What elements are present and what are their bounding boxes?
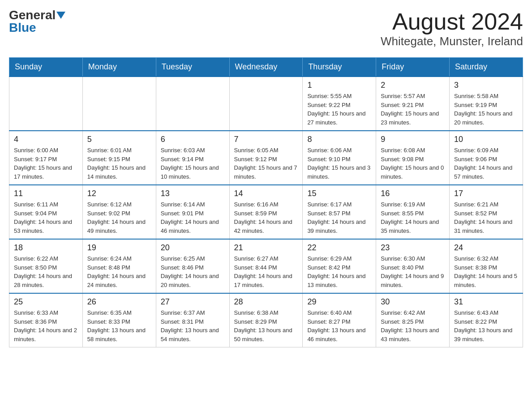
- day-info: Sunrise: 6:35 AM Sunset: 8:33 PM Dayligh…: [87, 308, 151, 343]
- header-thursday: Thursday: [303, 58, 376, 77]
- calendar-cell: [156, 77, 229, 131]
- day-number: 20: [161, 243, 225, 253]
- day-number: 27: [161, 297, 225, 307]
- day-info: Sunrise: 6:33 AM Sunset: 8:36 PM Dayligh…: [14, 308, 78, 343]
- day-number: 1: [307, 81, 371, 90]
- header-tuesday: Tuesday: [156, 58, 229, 77]
- calendar-cell: 6Sunrise: 6:03 AM Sunset: 9:14 PM Daylig…: [156, 131, 229, 185]
- calendar-cell: 7Sunrise: 6:05 AM Sunset: 9:12 PM Daylig…: [229, 131, 303, 185]
- day-info: Sunrise: 6:21 AM Sunset: 8:52 PM Dayligh…: [454, 200, 518, 235]
- calendar-cell: 14Sunrise: 6:16 AM Sunset: 8:59 PM Dayli…: [229, 185, 303, 239]
- calendar-cell: 9Sunrise: 6:08 AM Sunset: 9:08 PM Daylig…: [376, 131, 450, 185]
- day-number: 31: [454, 297, 518, 307]
- day-info: Sunrise: 6:25 AM Sunset: 8:46 PM Dayligh…: [161, 254, 225, 289]
- calendar-cell: [82, 77, 156, 131]
- calendar-cell: [9, 77, 83, 131]
- day-info: Sunrise: 6:40 AM Sunset: 8:27 PM Dayligh…: [307, 308, 371, 343]
- day-info: Sunrise: 6:05 AM Sunset: 9:12 PM Dayligh…: [234, 146, 298, 181]
- day-number: 5: [87, 135, 151, 144]
- calendar-cell: 15Sunrise: 6:17 AM Sunset: 8:57 PM Dayli…: [303, 185, 376, 239]
- day-number: 21: [234, 243, 298, 253]
- day-number: 6: [161, 135, 225, 144]
- page-header: General Blue August 2024 Whitegate, Muns…: [9, 9, 523, 48]
- calendar-cell: 11Sunrise: 6:11 AM Sunset: 9:04 PM Dayli…: [9, 185, 83, 239]
- logo-general-text: General: [9, 9, 56, 21]
- calendar-cell: [229, 77, 303, 131]
- calendar-body: 1Sunrise: 5:55 AM Sunset: 9:22 PM Daylig…: [9, 77, 523, 347]
- calendar-cell: 2Sunrise: 5:57 AM Sunset: 9:21 PM Daylig…: [376, 77, 450, 131]
- header-saturday: Saturday: [450, 58, 523, 77]
- calendar-cell: 25Sunrise: 6:33 AM Sunset: 8:36 PM Dayli…: [9, 293, 83, 347]
- day-number: 7: [234, 135, 298, 144]
- calendar-cell: 4Sunrise: 6:00 AM Sunset: 9:17 PM Daylig…: [9, 131, 83, 185]
- calendar-cell: 10Sunrise: 6:09 AM Sunset: 9:06 PM Dayli…: [450, 131, 523, 185]
- calendar-cell: 28Sunrise: 6:38 AM Sunset: 8:29 PM Dayli…: [229, 293, 303, 347]
- calendar-cell: 17Sunrise: 6:21 AM Sunset: 8:52 PM Dayli…: [450, 185, 523, 239]
- day-info: Sunrise: 6:16 AM Sunset: 8:59 PM Dayligh…: [234, 200, 298, 235]
- day-info: Sunrise: 6:00 AM Sunset: 9:17 PM Dayligh…: [14, 146, 78, 181]
- day-number: 9: [381, 135, 445, 144]
- calendar-cell: 23Sunrise: 6:30 AM Sunset: 8:40 PM Dayli…: [376, 239, 450, 293]
- day-number: 11: [14, 189, 78, 198]
- day-number: 17: [454, 189, 518, 198]
- location-title: Whitegate, Munster, Ireland: [381, 34, 523, 48]
- week-row-4: 25Sunrise: 6:33 AM Sunset: 8:36 PM Dayli…: [9, 293, 523, 347]
- calendar-cell: 16Sunrise: 6:19 AM Sunset: 8:55 PM Dayli…: [376, 185, 450, 239]
- day-info: Sunrise: 5:57 AM Sunset: 9:21 PM Dayligh…: [381, 92, 445, 127]
- week-row-2: 11Sunrise: 6:11 AM Sunset: 9:04 PM Dayli…: [9, 185, 523, 239]
- calendar-cell: 12Sunrise: 6:12 AM Sunset: 9:02 PM Dayli…: [82, 185, 156, 239]
- day-number: 25: [14, 297, 78, 307]
- day-info: Sunrise: 6:30 AM Sunset: 8:40 PM Dayligh…: [381, 254, 445, 289]
- day-info: Sunrise: 6:38 AM Sunset: 8:29 PM Dayligh…: [234, 308, 298, 343]
- day-info: Sunrise: 6:22 AM Sunset: 8:50 PM Dayligh…: [14, 254, 78, 289]
- day-info: Sunrise: 6:17 AM Sunset: 8:57 PM Dayligh…: [307, 200, 371, 235]
- week-row-3: 18Sunrise: 6:22 AM Sunset: 8:50 PM Dayli…: [9, 239, 523, 293]
- calendar-table: SundayMondayTuesdayWednesdayThursdayFrid…: [9, 57, 523, 347]
- month-title: August 2024: [381, 9, 523, 34]
- day-info: Sunrise: 6:12 AM Sunset: 9:02 PM Dayligh…: [87, 200, 151, 235]
- week-row-0: 1Sunrise: 5:55 AM Sunset: 9:22 PM Daylig…: [9, 77, 523, 131]
- day-info: Sunrise: 6:01 AM Sunset: 9:15 PM Dayligh…: [87, 146, 151, 181]
- calendar-cell: 29Sunrise: 6:40 AM Sunset: 8:27 PM Dayli…: [303, 293, 376, 347]
- calendar-cell: 30Sunrise: 6:42 AM Sunset: 8:25 PM Dayli…: [376, 293, 450, 347]
- title-section: August 2024 Whitegate, Munster, Ireland: [381, 9, 523, 48]
- day-info: Sunrise: 5:55 AM Sunset: 9:22 PM Dayligh…: [307, 92, 371, 127]
- calendar-cell: 13Sunrise: 6:14 AM Sunset: 9:01 PM Dayli…: [156, 185, 229, 239]
- day-number: 19: [87, 243, 151, 253]
- calendar-cell: 18Sunrise: 6:22 AM Sunset: 8:50 PM Dayli…: [9, 239, 83, 293]
- day-number: 15: [307, 189, 371, 198]
- calendar-cell: 22Sunrise: 6:29 AM Sunset: 8:42 PM Dayli…: [303, 239, 376, 293]
- logo-triangle-icon: [56, 12, 65, 19]
- day-info: Sunrise: 6:19 AM Sunset: 8:55 PM Dayligh…: [381, 200, 445, 235]
- calendar-cell: 8Sunrise: 6:06 AM Sunset: 9:10 PM Daylig…: [303, 131, 376, 185]
- day-info: Sunrise: 6:42 AM Sunset: 8:25 PM Dayligh…: [381, 308, 445, 343]
- day-info: Sunrise: 6:11 AM Sunset: 9:04 PM Dayligh…: [14, 200, 78, 235]
- calendar-cell: 20Sunrise: 6:25 AM Sunset: 8:46 PM Dayli…: [156, 239, 229, 293]
- day-info: Sunrise: 6:32 AM Sunset: 8:38 PM Dayligh…: [454, 254, 518, 289]
- day-number: 4: [14, 135, 78, 144]
- calendar-cell: 21Sunrise: 6:27 AM Sunset: 8:44 PM Dayli…: [229, 239, 303, 293]
- header-monday: Monday: [82, 58, 156, 77]
- day-info: Sunrise: 6:03 AM Sunset: 9:14 PM Dayligh…: [161, 146, 225, 181]
- logo: General Blue: [9, 9, 65, 34]
- day-info: Sunrise: 5:58 AM Sunset: 9:19 PM Dayligh…: [454, 92, 518, 127]
- day-info: Sunrise: 6:43 AM Sunset: 8:22 PM Dayligh…: [454, 308, 518, 343]
- day-number: 8: [307, 135, 371, 144]
- day-info: Sunrise: 6:24 AM Sunset: 8:48 PM Dayligh…: [87, 254, 151, 289]
- day-info: Sunrise: 6:37 AM Sunset: 8:31 PM Dayligh…: [161, 308, 225, 343]
- calendar-cell: 1Sunrise: 5:55 AM Sunset: 9:22 PM Daylig…: [303, 77, 376, 131]
- day-number: 30: [381, 297, 445, 307]
- day-info: Sunrise: 6:27 AM Sunset: 8:44 PM Dayligh…: [234, 254, 298, 289]
- calendar-cell: 19Sunrise: 6:24 AM Sunset: 8:48 PM Dayli…: [82, 239, 156, 293]
- week-row-1: 4Sunrise: 6:00 AM Sunset: 9:17 PM Daylig…: [9, 131, 523, 185]
- header-sunday: Sunday: [9, 58, 83, 77]
- day-number: 18: [14, 243, 78, 253]
- day-number: 16: [381, 189, 445, 198]
- day-number: 3: [454, 81, 518, 90]
- day-number: 13: [161, 189, 225, 198]
- day-info: Sunrise: 6:08 AM Sunset: 9:08 PM Dayligh…: [381, 146, 445, 181]
- calendar-cell: 5Sunrise: 6:01 AM Sunset: 9:15 PM Daylig…: [82, 131, 156, 185]
- day-info: Sunrise: 6:06 AM Sunset: 9:10 PM Dayligh…: [307, 146, 371, 181]
- day-number: 28: [234, 297, 298, 307]
- calendar-cell: 24Sunrise: 6:32 AM Sunset: 8:38 PM Dayli…: [450, 239, 523, 293]
